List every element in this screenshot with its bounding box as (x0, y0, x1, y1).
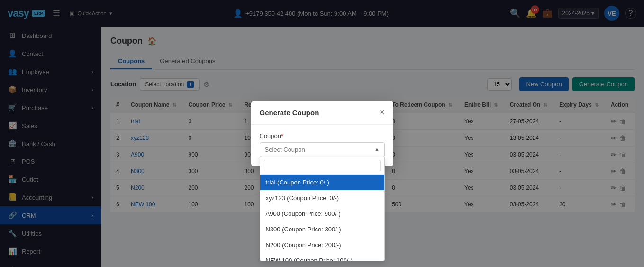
coupon-dropdown-list: trial (Coupon Price: 0/-)xyz123 (Coupon … (260, 157, 385, 261)
dropdown-items: trial (Coupon Price: 0/-)xyz123 (Coupon … (260, 175, 384, 261)
required-marker: * (281, 132, 283, 139)
dropdown-option-N200[interactable]: N200 (Coupon Price: 200/-) (260, 237, 384, 253)
dropdown-option-NEW100[interactable]: NEW 100 (Coupon Price: 100/-) (260, 253, 384, 261)
dropdown-option-trial[interactable]: trial (Coupon Price: 0/-) (260, 175, 384, 190)
coupon-select-wrapper: ▲ trial (Coupon Price: 0/-)xyz123 (Coupo… (260, 142, 385, 157)
dropdown-option-A900[interactable]: A900 (Coupon Price: 900/-) (260, 206, 384, 221)
modal-title: Generate Coupon (260, 109, 319, 117)
modal-overlay[interactable]: Generate Coupon × Coupon* ▲ trial (Coupo… (0, 0, 644, 267)
modal-header: Generate Coupon × (251, 101, 393, 125)
coupon-select-input[interactable] (260, 142, 385, 157)
dropdown-search-input[interactable] (264, 160, 381, 171)
modal-body: Coupon* ▲ trial (Coupon Price: 0/-)xyz12… (251, 125, 393, 166)
generate-coupon-modal: Generate Coupon × Coupon* ▲ trial (Coupo… (251, 101, 393, 166)
dropdown-option-N300[interactable]: N300 (Coupon Price: 300/-) (260, 221, 384, 237)
coupon-field-label: Coupon* (260, 132, 385, 139)
modal-close-button[interactable]: × (380, 108, 385, 118)
dropdown-search-container (260, 157, 384, 175)
dropdown-option-xyz123[interactable]: xyz123 (Coupon Price: 0/-) (260, 190, 384, 206)
